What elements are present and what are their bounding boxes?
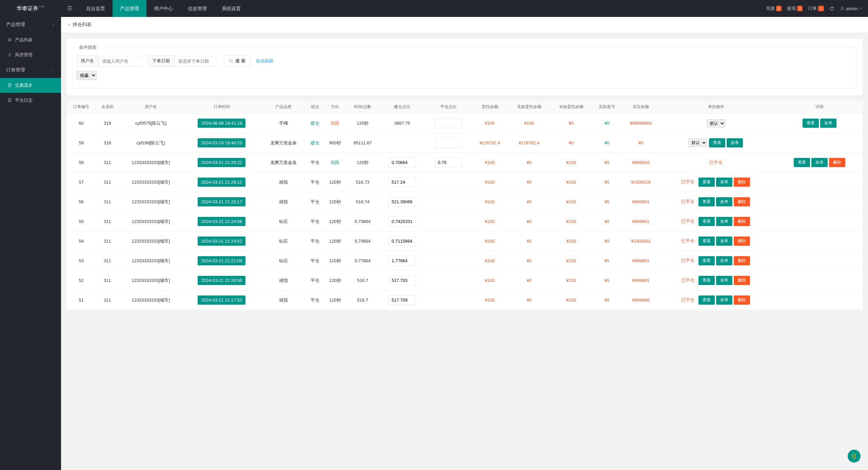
table-row: 60319cyf0575[陈云飞]2024-06-09 19:41:18手镯建仓… (66, 114, 863, 133)
view-button[interactable]: 查看 (698, 237, 715, 246)
sidebar-item-0-1[interactable]: 风控管理 (0, 47, 61, 62)
close-input[interactable] (435, 158, 462, 167)
username-input[interactable] (98, 56, 142, 66)
open-input[interactable] (389, 177, 416, 187)
header-right: 充值0 提现0 订单1 admin (766, 5, 868, 12)
open-input[interactable] (389, 217, 416, 226)
delete-button[interactable]: 删除 (734, 256, 750, 265)
action-select[interactable]: 默认 (707, 119, 725, 127)
edit-button[interactable]: 改单 (716, 197, 732, 206)
view-button[interactable]: 查看 (698, 217, 715, 226)
close-input[interactable] (435, 138, 462, 148)
sidebar-group-0[interactable]: 产品管理 (0, 17, 61, 33)
plan-select[interactable]: 稳赢 (76, 71, 97, 80)
col-header (772, 101, 776, 114)
nav-item-1[interactable]: 产品管理 (113, 0, 146, 17)
recharge-link[interactable]: 充值0 (766, 5, 782, 12)
sidebar-item-1-0[interactable]: 交易流水 (0, 78, 61, 93)
layers-icon (7, 38, 12, 42)
delete-button[interactable]: 删除 (734, 276, 750, 285)
chevron-down-icon (52, 68, 55, 72)
col-header: 会员ID (96, 101, 119, 114)
order-time-badge: 2024-03-24 19:40:23 (198, 138, 245, 147)
view-button[interactable]: 查看 (698, 178, 715, 187)
open-input[interactable] (389, 158, 416, 167)
col-header: 委托余额 (472, 101, 508, 114)
menu-toggle-icon[interactable] (61, 5, 79, 12)
username-label: 用户名 (76, 55, 98, 67)
col-header: 平仓点位 (425, 101, 471, 114)
view-button[interactable]: 查看 (709, 138, 725, 147)
open-input[interactable] (389, 236, 416, 246)
logo-text: 华泰证券 (17, 5, 38, 11)
sidebar: 产品管理产品列表风控管理订单管理交易流水平仓日志 (0, 17, 61, 470)
wave-icon (850, 452, 858, 460)
doc-icon (7, 83, 12, 88)
col-header: 订单编号 (66, 101, 96, 114)
delete-button[interactable]: 删除 (734, 197, 750, 206)
delete-button[interactable]: 删除 (829, 158, 845, 167)
view-button[interactable]: 查看 (698, 197, 715, 206)
col-header: 产品信息 (261, 101, 306, 114)
edit-button[interactable]: 改单 (716, 276, 732, 285)
order-time-badge: 2024-03-21 21:29:22 (198, 158, 245, 167)
nav-item-3[interactable]: 信息管理 (180, 0, 214, 17)
view-button[interactable]: 查看 (698, 276, 715, 285)
username-label: admin (846, 6, 858, 11)
close-input[interactable] (435, 118, 462, 128)
col-header: 买后余额 (622, 101, 660, 114)
table-row: 5431112333333333[城市]2024-03-21 21:24:52钻… (66, 231, 863, 251)
table-row: 59316cyf198[陈云飞]2024-03-24 19:40:23龙腾万里金… (66, 133, 863, 153)
order-badge: 1 (818, 6, 824, 11)
table-row: 5331112333333333[城市]2024-03-21 21:21:08钻… (66, 251, 863, 271)
edit-button[interactable]: 改单 (811, 158, 828, 167)
edit-button[interactable]: 改单 (716, 256, 732, 265)
fab-button[interactable] (848, 450, 861, 463)
edit-button[interactable]: 改单 (716, 237, 732, 246)
logo-sup: TP6 (39, 5, 45, 8)
delete-button[interactable]: 删除 (734, 237, 750, 246)
edit-button[interactable]: 改单 (820, 119, 836, 128)
action-select[interactable]: 默认 (689, 139, 707, 147)
refresh-icon[interactable] (829, 6, 834, 11)
view-button[interactable]: 查看 (698, 256, 715, 265)
order-time-badge: 2024-03-21 21:21:08 (198, 256, 245, 265)
col-header: 无效委托余额 (508, 101, 550, 114)
order-time-badge: 2024-03-21 21:24:52 (198, 237, 245, 246)
view-button[interactable]: 查看 (794, 158, 810, 167)
col-header: 订单时间 (182, 101, 261, 114)
order-link[interactable]: 订单1 (808, 5, 824, 12)
view-button[interactable]: 查看 (698, 295, 715, 305)
edit-button[interactable]: 改单 (716, 217, 732, 226)
sidebar-group-1[interactable]: 订单管理 (0, 62, 61, 78)
nav-item-0[interactable]: 后台首页 (79, 0, 113, 17)
col-header: 用户名 (119, 101, 182, 114)
edit-button[interactable]: 改单 (716, 178, 732, 187)
edit-button[interactable]: 改单 (716, 295, 732, 305)
col-header: 详情 (776, 101, 863, 114)
auto-refresh-link[interactable]: 自动刷新 (256, 58, 274, 64)
order-time-badge: 2024-06-09 19:41:18 (198, 119, 245, 128)
col-header: 实际盈亏 (592, 101, 622, 114)
open-input[interactable] (389, 295, 416, 305)
user-menu[interactable]: admin (840, 6, 863, 11)
withdraw-link[interactable]: 提现0 (787, 5, 803, 12)
delete-button[interactable]: 删除 (734, 295, 750, 305)
sidebar-item-0-0[interactable]: 产品列表 (0, 33, 61, 47)
order-time-badge: 2024-03-21 21:29:12 (198, 178, 245, 187)
view-button[interactable]: 查看 (803, 119, 819, 128)
date-input[interactable] (174, 56, 218, 66)
open-input[interactable] (389, 197, 416, 207)
nav-item-4[interactable]: 系统设置 (214, 0, 248, 17)
edit-button[interactable]: 改单 (727, 138, 743, 147)
open-input[interactable] (389, 275, 416, 285)
sidebar-item-1-1[interactable]: 平仓日志 (0, 93, 61, 108)
delete-button[interactable]: 删除 (734, 178, 750, 187)
table-body: 60319cyf0575[陈云飞]2024-06-09 19:41:18手镯建仓… (66, 114, 863, 310)
table-row: 5231112333333333[城市]2024-03-21 21:20:56戒… (66, 271, 863, 290)
search-button[interactable]: 搜 索 (224, 55, 251, 67)
delete-button[interactable]: 删除 (734, 217, 750, 226)
nav-item-2[interactable]: 用户中心 (146, 0, 180, 17)
breadcrumb: »持仓列表 (61, 17, 868, 33)
open-input[interactable] (389, 256, 416, 266)
